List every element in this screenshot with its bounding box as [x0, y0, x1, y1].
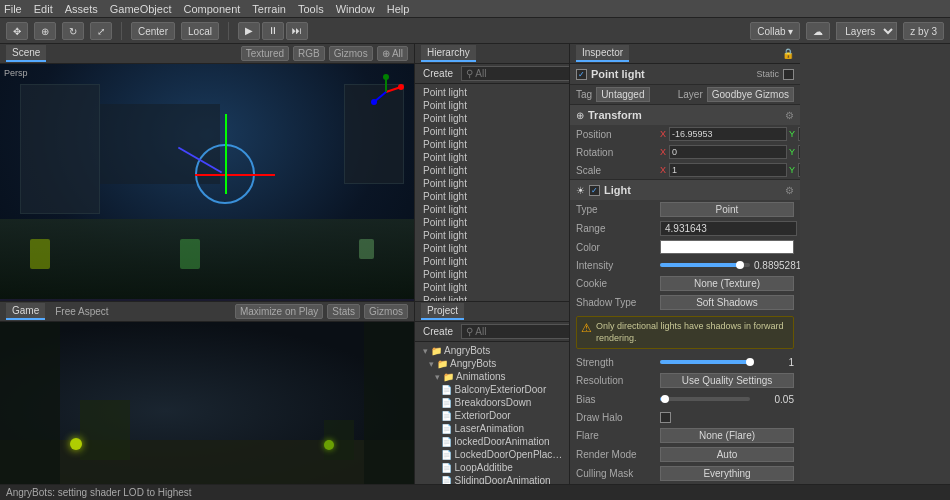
- scene-tab[interactable]: Scene: [6, 45, 46, 62]
- project-item-5[interactable]: 📄 ExteriorDoor: [415, 409, 569, 422]
- hierarchy-item-8[interactable]: Point light: [415, 190, 569, 203]
- light-cookie-btn[interactable]: None (Texture): [660, 276, 794, 291]
- obj-static-checkbox[interactable]: [783, 69, 794, 80]
- menu-file[interactable]: File: [4, 3, 22, 15]
- hierarchy-item-5[interactable]: Point light: [415, 151, 569, 164]
- obj-enable-checkbox[interactable]: ✓: [576, 69, 587, 80]
- light-strength-slider[interactable]: [660, 360, 750, 364]
- light-res-dropdown[interactable]: Use Quality Settings: [660, 373, 794, 388]
- flare-btn[interactable]: None (Flare): [660, 428, 794, 443]
- hierarchy-create-btn[interactable]: Create: [419, 67, 457, 80]
- project-create-btn[interactable]: Create: [419, 325, 457, 338]
- scene-textured-btn[interactable]: Textured: [241, 46, 289, 61]
- menu-assets[interactable]: Assets: [65, 3, 98, 15]
- menu-component[interactable]: Component: [183, 3, 240, 15]
- project-tab[interactable]: Project: [421, 303, 464, 320]
- menu-terrain[interactable]: Terrain: [252, 3, 286, 15]
- hierarchy-item-12[interactable]: Point light: [415, 242, 569, 255]
- scene-gizmos-btn[interactable]: Gizmos: [329, 46, 373, 61]
- project-item-8[interactable]: 📄 LockedDoorOpenPlaceholde: [415, 448, 569, 461]
- play-button[interactable]: ▶: [238, 22, 260, 40]
- hierarchy-item-9[interactable]: Point light: [415, 203, 569, 216]
- light-enable-checkbox[interactable]: ✓: [589, 185, 600, 196]
- collab-btn[interactable]: Collab ▾: [750, 22, 800, 40]
- light-bias-slider[interactable]: [660, 397, 750, 401]
- game-stats-btn[interactable]: Stats: [327, 304, 360, 319]
- light-bias-thumb[interactable]: [661, 395, 669, 403]
- menu-help[interactable]: Help: [387, 3, 410, 15]
- hierarchy-item-4[interactable]: Point light: [415, 138, 569, 151]
- hierarchy-item-14[interactable]: Point light: [415, 268, 569, 281]
- menu-tools[interactable]: Tools: [298, 3, 324, 15]
- game-maximize-btn[interactable]: Maximize on Play: [235, 304, 323, 319]
- game-tab[interactable]: Game: [6, 303, 45, 320]
- hierarchy-item-11[interactable]: Point light: [415, 229, 569, 242]
- hierarchy-search[interactable]: [461, 66, 569, 81]
- hierarchy-item-1[interactable]: Point light: [415, 99, 569, 112]
- transform-icon: ⊕: [576, 110, 584, 121]
- game-gizmos-btn[interactable]: Gizmos: [364, 304, 408, 319]
- project-item-1[interactable]: ▾ 📁 AngryBots: [415, 357, 569, 370]
- scene-canvas[interactable]: Persp: [0, 64, 414, 299]
- transform-rotate-btn[interactable]: ↻: [62, 22, 84, 40]
- project-item-3[interactable]: 📄 BalconyExteriorDoor: [415, 383, 569, 396]
- transform-menu-icon[interactable]: ⚙: [785, 110, 794, 121]
- rot-y-input[interactable]: [798, 145, 800, 159]
- hierarchy-item-10[interactable]: Point light: [415, 216, 569, 229]
- transform-move-btn[interactable]: ⊕: [34, 22, 56, 40]
- light-strength-thumb[interactable]: [746, 358, 754, 366]
- scale-y-input[interactable]: [798, 163, 800, 177]
- menu-edit[interactable]: Edit: [34, 3, 53, 15]
- project-item-9[interactable]: 📄 LoopAdditibe: [415, 461, 569, 474]
- pos-x-input[interactable]: [669, 127, 787, 141]
- hierarchy-item-0[interactable]: Point light: [415, 86, 569, 99]
- draw-halo-checkbox[interactable]: [660, 412, 671, 423]
- light-type-dropdown[interactable]: Point: [660, 202, 794, 217]
- project-item-7[interactable]: 📄 lockedDoorAnimation: [415, 435, 569, 448]
- light-intensity-slider[interactable]: [660, 263, 750, 267]
- game-canvas[interactable]: [0, 322, 414, 500]
- hierarchy-tab[interactable]: Hierarchy: [421, 45, 476, 62]
- hierarchy-item-3[interactable]: Point light: [415, 125, 569, 138]
- center-btn[interactable]: Center: [131, 22, 175, 40]
- inspector-tab[interactable]: Inspector: [576, 45, 629, 62]
- layers-dropdown[interactable]: Layers: [836, 22, 897, 40]
- menu-gameobject[interactable]: GameObject: [110, 3, 172, 15]
- hierarchy-item-15[interactable]: Point light: [415, 281, 569, 294]
- project-item-2[interactable]: ▾ 📁 Animations: [415, 370, 569, 383]
- hierarchy-item-13[interactable]: Point light: [415, 255, 569, 268]
- scale-x-input[interactable]: [669, 163, 787, 177]
- project-item-6[interactable]: 📄 LaserAnimation: [415, 422, 569, 435]
- shadow-type-dropdown[interactable]: Soft Shadows: [660, 295, 794, 310]
- inspector-lock-icon[interactable]: 🔒: [782, 48, 794, 59]
- step-button[interactable]: ⏭: [286, 22, 308, 40]
- project-item-0[interactable]: ▾ 📁 AngryBots: [415, 344, 569, 357]
- light-menu-icon[interactable]: ⚙: [785, 185, 794, 196]
- transform-scale-btn[interactable]: ⤢: [90, 22, 112, 40]
- pos-y-input[interactable]: [798, 127, 800, 141]
- render-mode-dropdown[interactable]: Auto: [660, 447, 794, 462]
- rot-x-input[interactable]: [669, 145, 787, 159]
- menu-window[interactable]: Window: [336, 3, 375, 15]
- pause-button[interactable]: ⏸: [262, 22, 284, 40]
- transform-header[interactable]: ⊕ Transform ⚙: [570, 105, 800, 125]
- scene-rgb-btn[interactable]: RGB: [293, 46, 325, 61]
- scene-all-btn[interactable]: ⊕ All: [377, 46, 408, 61]
- hierarchy-item-2[interactable]: Point light: [415, 112, 569, 125]
- hierarchy-item-6[interactable]: Point light: [415, 164, 569, 177]
- project-search[interactable]: [461, 324, 569, 339]
- hierarchy-item-7[interactable]: Point light: [415, 177, 569, 190]
- layer-dropdown[interactable]: Goodbye Gizmos: [707, 87, 794, 102]
- project-item-4[interactable]: 📄 BreakdoorsDown: [415, 396, 569, 409]
- layout-btn[interactable]: z by 3: [903, 22, 944, 40]
- transform-hand-btn[interactable]: ✥: [6, 22, 28, 40]
- light-color-swatch[interactable]: [660, 240, 794, 254]
- light-intensity-thumb[interactable]: [736, 261, 744, 269]
- light-range-input[interactable]: [660, 221, 797, 236]
- hierarchy-item-16[interactable]: Point light: [415, 294, 569, 302]
- light-header[interactable]: ☀ ✓ Light ⚙: [570, 180, 800, 200]
- culling-mask-dropdown[interactable]: Everything: [660, 466, 794, 481]
- tag-dropdown[interactable]: Untagged: [596, 87, 649, 102]
- cloud-btn[interactable]: ☁: [806, 22, 830, 40]
- local-btn[interactable]: Local: [181, 22, 219, 40]
